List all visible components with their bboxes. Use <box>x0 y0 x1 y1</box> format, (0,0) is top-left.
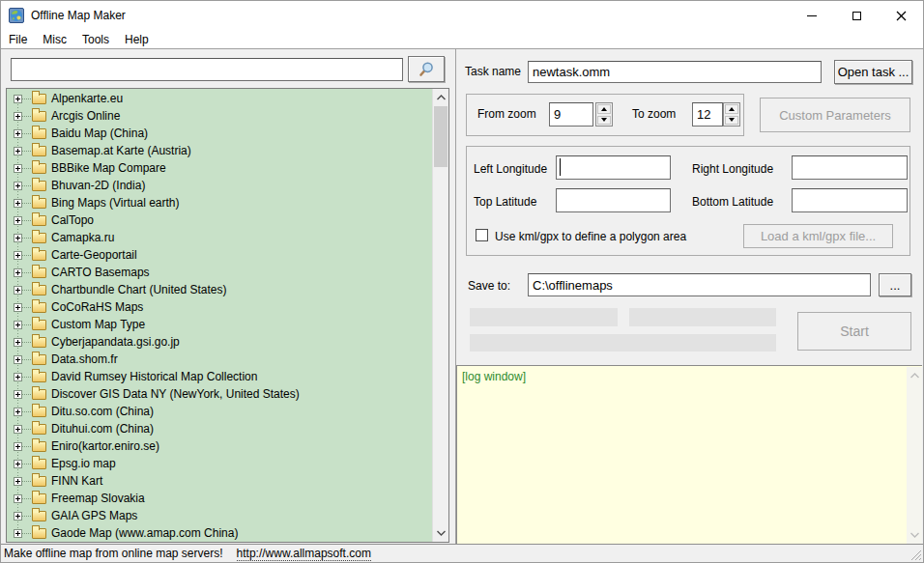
task-name-input[interactable] <box>528 61 822 83</box>
left-longitude-input[interactable] <box>556 155 671 180</box>
tree-item[interactable]: Data.shom.fr <box>7 351 432 368</box>
menu-item-tools[interactable]: Tools <box>74 30 117 48</box>
tree-item[interactable]: Bhuvan-2D (India) <box>7 177 432 194</box>
resize-grip[interactable] <box>910 549 922 561</box>
expand-plus-icon[interactable] <box>14 529 22 538</box>
close-button[interactable] <box>879 1 923 30</box>
start-button[interactable]: Start <box>797 312 911 351</box>
tree-item[interactable]: Ditu.so.com (China) <box>7 403 432 420</box>
expand-plus-icon[interactable] <box>14 355 22 364</box>
expand-plus-icon[interactable] <box>14 234 22 242</box>
kml-checkbox[interactable] <box>476 229 488 241</box>
to-zoom-spinner[interactable] <box>723 102 740 127</box>
browse-save-folder-button[interactable]: ... <box>879 273 911 296</box>
load-kml-button[interactable]: Load a kml/gpx file... <box>743 224 893 248</box>
tree-item[interactable]: Custom Map Type <box>7 316 432 333</box>
tree-item[interactable]: CARTO Basemaps <box>7 264 432 281</box>
expand-plus-icon[interactable] <box>14 408 22 416</box>
progress-bar-total <box>470 334 776 352</box>
tree-item[interactable]: Baidu Map (China) <box>7 125 432 142</box>
maximize-button[interactable] <box>834 1 879 30</box>
from-zoom-down-button[interactable] <box>597 116 611 126</box>
expand-plus-icon[interactable] <box>14 338 22 347</box>
expand-plus-icon[interactable] <box>14 425 22 434</box>
tree-item[interactable]: David Rumsey Historical Map Collection <box>7 368 432 385</box>
tree-item[interactable]: Eniro(kartor.eniro.se) <box>7 437 432 455</box>
tree-item[interactable]: Cyberjapandata.gsi.go.jp <box>7 333 432 351</box>
log-window[interactable]: [log window] <box>456 365 922 544</box>
tree-item[interactable]: Basemap.at Karte (Austria) <box>7 142 432 159</box>
tree-item[interactable]: Freemap Slovakia <box>7 490 432 507</box>
scroll-up-icon[interactable] <box>910 372 920 380</box>
expand-plus-icon[interactable] <box>14 442 22 451</box>
from-zoom-input[interactable] <box>549 102 593 127</box>
tree-connector <box>22 220 31 221</box>
minimize-icon <box>807 15 817 16</box>
menu-item-misc[interactable]: Misc <box>35 30 74 48</box>
expand-plus-icon[interactable] <box>14 147 22 155</box>
tree-item[interactable]: FINN Kart <box>7 472 432 490</box>
open-task-button[interactable]: Open task ... <box>834 60 912 84</box>
tree-item[interactable]: Epsg.io map <box>7 455 432 472</box>
tree-connector <box>22 324 31 325</box>
to-zoom-down-button[interactable] <box>725 116 738 126</box>
tree-item[interactable]: Arcgis Online <box>7 107 432 125</box>
to-zoom-up-button[interactable] <box>725 104 738 114</box>
tree-connector <box>22 498 31 499</box>
top-latitude-input[interactable] <box>556 188 671 212</box>
scroll-down-icon[interactable] <box>436 529 447 537</box>
expand-plus-icon[interactable] <box>14 390 22 399</box>
menu-item-file[interactable]: File <box>1 30 35 48</box>
map-source-tree[interactable]: Alpenkarte.eu Arcgis Online Baidu Ma <box>6 88 449 543</box>
minimize-button[interactable] <box>790 1 834 30</box>
scroll-up-icon[interactable] <box>436 94 447 101</box>
tree-item[interactable]: Discover GIS Data NY (NewYork, United St… <box>7 385 432 403</box>
search-button[interactable] <box>408 56 445 82</box>
right-longitude-input[interactable] <box>792 155 908 180</box>
tree-scrollbar[interactable] <box>432 89 448 542</box>
expand-plus-icon[interactable] <box>14 129 22 138</box>
expand-plus-icon[interactable] <box>14 95 22 103</box>
log-scrollbar[interactable] <box>907 367 922 544</box>
expand-plus-icon[interactable] <box>14 494 22 503</box>
tree-item[interactable]: Carte-Geoportail <box>7 246 432 264</box>
expand-plus-icon[interactable] <box>14 251 22 260</box>
expand-plus-icon[interactable] <box>14 321 22 329</box>
scroll-down-icon[interactable] <box>910 531 920 539</box>
tree-item[interactable]: BBBike Map Compare <box>7 159 432 177</box>
folder-icon <box>32 198 46 209</box>
expand-plus-icon[interactable] <box>14 164 22 173</box>
expand-plus-icon[interactable] <box>14 112 22 121</box>
menu-item-help[interactable]: Help <box>117 30 157 48</box>
from-zoom-up-button[interactable] <box>597 104 611 114</box>
tree-item[interactable]: CalTopo <box>7 211 432 229</box>
custom-parameters-button[interactable]: Custom Parameters <box>760 98 910 132</box>
progress-bar-secondary <box>629 308 776 326</box>
from-zoom-spinner[interactable] <box>595 102 613 127</box>
expand-plus-icon[interactable] <box>14 268 22 277</box>
search-input[interactable] <box>11 58 403 81</box>
expand-plus-icon[interactable] <box>14 512 22 521</box>
tree-item-label: Ditu.so.com (China) <box>51 405 154 418</box>
tree-item[interactable]: Chartbundle Chart (United States) <box>7 281 432 298</box>
tree-item[interactable]: Bing Maps (Virtual earth) <box>7 194 432 211</box>
expand-plus-icon[interactable] <box>14 199 22 208</box>
to-zoom-input[interactable] <box>692 102 723 127</box>
tree-item[interactable]: Alpenkarte.eu <box>7 90 432 107</box>
website-link[interactable]: http://www.allmapsoft.com <box>237 547 371 561</box>
expand-plus-icon[interactable] <box>14 286 22 295</box>
expand-plus-icon[interactable] <box>14 216 22 225</box>
expand-plus-icon[interactable] <box>14 373 22 381</box>
tree-scrollbar-thumb[interactable] <box>434 106 448 167</box>
expand-plus-icon[interactable] <box>14 460 22 468</box>
tree-item[interactable]: GAIA GPS Maps <box>7 507 432 524</box>
tree-item[interactable]: CoCoRaHS Maps <box>7 298 432 316</box>
tree-item[interactable]: Dituhui.com (China) <box>7 420 432 437</box>
expand-plus-icon[interactable] <box>14 477 22 486</box>
expand-plus-icon[interactable] <box>14 303 22 312</box>
bottom-latitude-input[interactable] <box>792 188 908 212</box>
save-path-input[interactable] <box>528 273 871 296</box>
expand-plus-icon[interactable] <box>14 182 22 190</box>
tree-item[interactable]: Camapka.ru <box>7 229 432 246</box>
tree-item[interactable]: Gaode Map (www.amap.com China) <box>7 524 432 542</box>
